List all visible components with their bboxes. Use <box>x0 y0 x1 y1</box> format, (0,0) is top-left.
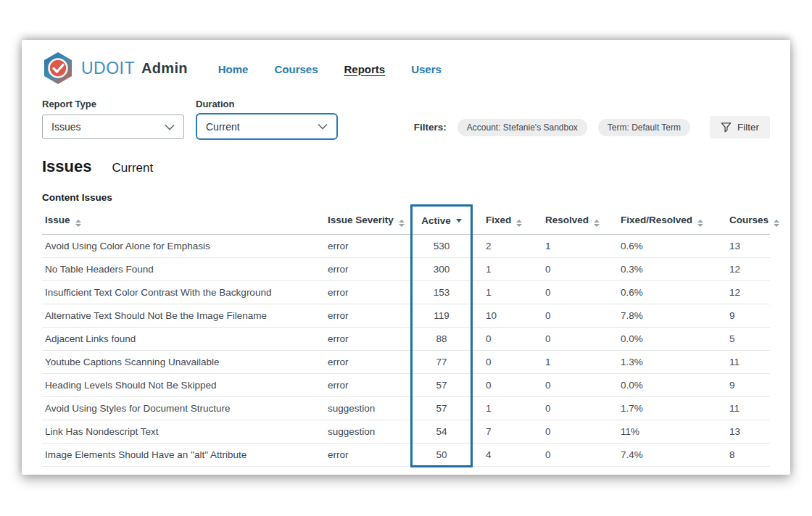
cell-active: 88 <box>410 328 473 351</box>
content-issues-table: IssueIssue SeverityActiveFixedResolvedFi… <box>42 210 770 467</box>
table-row: Link Has Nondescript Textsuggestion54701… <box>42 420 770 444</box>
cell-resolved: 0 <box>532 328 605 351</box>
table-row: Heading Levels Should Not Be Skippederro… <box>42 374 770 397</box>
table-header-row: IssueIssue SeverityActiveFixedResolvedFi… <box>42 210 770 235</box>
brand: UDOIT Admin <box>42 51 188 86</box>
nav-link-home[interactable]: Home <box>218 63 249 75</box>
column-label: Fixed <box>486 215 511 225</box>
cell-fixed: 1 <box>473 397 532 420</box>
cell-severity: error <box>326 258 410 281</box>
cell-resolved: 0 <box>532 304 605 328</box>
sort-icon <box>75 220 81 227</box>
column-label: Issue <box>45 215 70 225</box>
filter-button-label: Filter <box>737 122 759 133</box>
cell-fixed: 0 <box>473 374 532 397</box>
cell-courses: 13 <box>708 420 770 444</box>
cell-fixed: 4 <box>473 444 532 467</box>
duration-value: Current <box>206 121 240 133</box>
cell-active: 57 <box>410 397 473 420</box>
column-header-resolved[interactable]: Resolved <box>532 210 605 235</box>
cell-courses: 5 <box>708 328 770 351</box>
table-row: Adjacent Links founderror88000.0%5 <box>42 328 770 351</box>
duration-select[interactable]: Current <box>196 113 338 140</box>
column-label: Fixed/Resolved <box>621 215 692 225</box>
filters-bar: Filters: Account: Stefanie's SandboxTerm… <box>414 116 770 138</box>
page-background: UDOIT Admin HomeCoursesReportsUsers Repo… <box>0 0 812 516</box>
cell-fixed_resolved: 0.0% <box>605 374 708 397</box>
page-subtitle: Current <box>112 161 154 175</box>
cell-fixed_resolved: 1.7% <box>605 397 708 420</box>
cell-courses: 11 <box>708 397 770 420</box>
cell-fixed_resolved: 7.4% <box>605 444 708 467</box>
cell-fixed_resolved: 11% <box>605 420 708 444</box>
cell-resolved: 0 <box>532 281 605 304</box>
brand-suffix: Admin <box>141 60 188 77</box>
cell-fixed: 10 <box>473 304 532 328</box>
cell-issue: Alternative Text Should Not Be the Image… <box>42 304 326 328</box>
cell-fixed_resolved: 0.3% <box>605 258 708 281</box>
cell-issue: Heading Levels Should Not Be Skipped <box>42 374 326 397</box>
table-row: Youtube Captions Scanning Unavailableerr… <box>42 351 770 374</box>
cell-fixed: 1 <box>473 281 532 304</box>
cell-resolved: 0 <box>532 397 605 420</box>
cell-issue: Insufficient Text Color Contrast With th… <box>42 281 326 304</box>
filter-pill-0[interactable]: Account: Stefanie's Sandbox <box>457 119 587 136</box>
cell-fixed_resolved: 0.6% <box>605 235 708 258</box>
cell-fixed_resolved: 0.0% <box>605 328 708 351</box>
cell-active: 119 <box>410 304 473 328</box>
column-header-issue[interactable]: Issue <box>42 210 326 235</box>
cell-fixed: 0 <box>473 351 532 374</box>
cell-severity: error <box>326 374 410 397</box>
filter-pill-1[interactable]: Term: Default Term <box>598 119 690 136</box>
table-row: Alternative Text Should Not Be the Image… <box>42 304 770 328</box>
cell-issue: No Table Headers Found <box>42 258 326 281</box>
top-bar: UDOIT Admin HomeCoursesReportsUsers <box>42 49 770 87</box>
table-row: Insufficient Text Color Contrast With th… <box>42 281 770 304</box>
main-nav: HomeCoursesReportsUsers <box>218 62 442 75</box>
sort-icon <box>594 220 600 227</box>
section-title: Content Issues <box>42 192 770 203</box>
report-type-control: Report Type Issues <box>42 99 184 139</box>
cell-resolved: 0 <box>532 258 605 281</box>
sort-icon <box>516 220 522 227</box>
column-header-active[interactable]: Active <box>410 210 473 235</box>
funnel-icon <box>721 122 732 133</box>
column-label: Active <box>421 215 451 226</box>
cell-severity: error <box>326 281 410 304</box>
filter-button[interactable]: Filter <box>710 116 770 138</box>
cell-resolved: 0 <box>532 374 605 397</box>
cell-fixed: 1 <box>473 258 532 281</box>
table-row: Image Elements Should Have an "alt" Attr… <box>42 444 770 467</box>
cell-courses: 13 <box>708 235 770 258</box>
cell-active: 77 <box>410 351 473 374</box>
duration-label: Duration <box>196 99 338 109</box>
cell-courses: 9 <box>708 374 770 397</box>
cell-fixed: 7 <box>473 420 532 444</box>
cell-active: 300 <box>410 258 473 281</box>
cell-fixed_resolved: 7.8% <box>605 304 708 328</box>
nav-link-courses[interactable]: Courses <box>274 63 318 75</box>
cell-active: 54 <box>410 420 473 444</box>
cell-severity: error <box>326 304 410 328</box>
column-header-severity[interactable]: Issue Severity <box>326 210 410 235</box>
cell-fixed: 2 <box>473 235 532 258</box>
table-row: Avoid Using Styles for Document Structur… <box>42 397 770 420</box>
cell-issue: Image Elements Should Have an "alt" Attr… <box>42 444 326 467</box>
column-header-fixed_resolved[interactable]: Fixed/Resolved <box>605 210 708 235</box>
nav-link-reports[interactable]: Reports <box>344 63 386 75</box>
column-header-courses[interactable]: Courses <box>708 210 770 235</box>
column-label: Resolved <box>545 215 589 225</box>
nav-link-users[interactable]: Users <box>411 63 442 75</box>
table-row: Avoid Using Color Alone for Emphasiserro… <box>42 235 770 258</box>
cell-severity: suggestion <box>326 420 410 444</box>
cell-severity: error <box>326 351 410 374</box>
column-label: Courses <box>729 215 768 225</box>
cell-issue: Link Has Nondescript Text <box>42 420 326 444</box>
controls-row: Report Type Issues Duration Current <box>42 99 770 140</box>
cell-courses: 12 <box>708 281 770 304</box>
cell-resolved: 0 <box>532 444 605 467</box>
cell-courses: 12 <box>708 258 770 281</box>
column-header-fixed[interactable]: Fixed <box>473 210 532 235</box>
filters-label: Filters: <box>414 122 447 133</box>
report-type-select[interactable]: Issues <box>42 115 184 139</box>
